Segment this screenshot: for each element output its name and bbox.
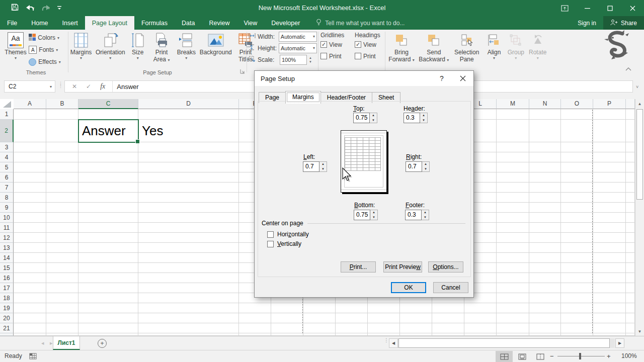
vertically-checkbox[interactable] — [267, 241, 274, 247]
row-header[interactable]: 11 — [0, 223, 14, 233]
dialog-help-button[interactable]: ? — [433, 71, 450, 86]
dialog-tab-margins[interactable]: Margins — [285, 91, 321, 104]
height-dropdown[interactable]: Automatic▾ — [279, 43, 317, 53]
row-header[interactable]: 5 — [0, 162, 14, 172]
bottom-margin-value[interactable]: 0.75 — [354, 210, 370, 220]
tab-developer[interactable]: Developer — [264, 16, 307, 30]
right-margin-spinner[interactable]: 0.7 ▲▼ — [406, 161, 430, 172]
row-header[interactable]: 18 — [0, 293, 14, 303]
macro-record-icon[interactable] — [29, 353, 37, 361]
row-header[interactable]: 9 — [0, 203, 14, 213]
tab-file[interactable]: File — [0, 16, 24, 30]
sheet-nav-left-icon[interactable]: ◂ — [41, 340, 44, 346]
zoom-out-button[interactable]: − — [550, 352, 554, 360]
headings-print-checkbox[interactable] — [355, 53, 361, 59]
headings-view-checkbox[interactable]: ✓ — [355, 41, 361, 48]
left-margin-value[interactable]: 0.7 — [303, 161, 319, 172]
row-header[interactable]: 19 — [0, 303, 14, 313]
sign-in-button[interactable]: Sign in — [571, 16, 603, 30]
footer-margin-value[interactable]: 0.3 — [405, 210, 422, 220]
vertical-scrollbar-thumb[interactable] — [636, 109, 643, 200]
align-button[interactable]: Align ▾ — [484, 30, 504, 60]
dialog-close-button[interactable] — [454, 71, 471, 86]
name-box-splitter[interactable]: ⋮⋮ — [58, 82, 63, 87]
column-header[interactable]: P — [593, 99, 626, 109]
hscroll-right-icon[interactable]: ▶ — [615, 338, 624, 348]
column-header[interactable] — [626, 99, 635, 109]
row-header[interactable]: 21 — [0, 323, 14, 333]
selection-pane-button[interactable]: Selection Pane — [451, 30, 482, 63]
themes-button[interactable]: Aa Themes ▾ — [4, 30, 27, 60]
spin-down-icon[interactable]: ▼ — [319, 167, 327, 172]
row-header[interactable]: 16 — [0, 273, 14, 283]
spin-up-icon[interactable]: ▲ — [422, 210, 429, 215]
formula-input[interactable]: Answer — [113, 83, 138, 90]
bottom-margin-spinner[interactable]: 0.75 ▲▼ — [354, 210, 378, 220]
horizontally-option[interactable]: Horizontally — [267, 231, 309, 238]
spin-up-icon[interactable]: ▲ — [319, 162, 327, 167]
width-dropdown[interactable]: Automatic▾ — [279, 32, 317, 42]
scroll-down-icon[interactable]: ▼ — [635, 327, 644, 336]
spin-up-icon[interactable]: ▲ — [370, 113, 377, 118]
options-button[interactable]: Options... — [428, 261, 463, 273]
column-header[interactable]: C — [78, 99, 138, 109]
name-box-dropdown-icon[interactable]: ▾ — [50, 84, 52, 89]
horizontally-checkbox[interactable] — [267, 231, 274, 238]
top-margin-spinner[interactable]: 0.75 ▲▼ — [353, 113, 377, 123]
spin-down-icon[interactable]: ▼ — [370, 118, 377, 123]
row-header[interactable]: 3 — [0, 142, 14, 152]
top-margin-value[interactable]: 0.75 — [353, 113, 370, 123]
row-header[interactable]: 12 — [0, 233, 14, 243]
gridlines-view-checkbox[interactable]: ✓ — [320, 41, 327, 48]
normal-view-button[interactable] — [496, 351, 513, 362]
print-preview-button[interactable]: Print Preview — [383, 261, 422, 273]
ribbon-display-options-icon[interactable] — [553, 0, 576, 16]
zoom-slider[interactable] — [557, 356, 605, 356]
column-header[interactable]: M — [497, 99, 529, 109]
hscroll-left-icon[interactable]: ◀ — [389, 338, 398, 348]
row-header[interactable]: 1 — [0, 109, 14, 120]
tab-view[interactable]: View — [236, 16, 264, 30]
name-box[interactable]: C2 ▾ — [4, 80, 55, 93]
insert-function-icon[interactable]: fx — [100, 82, 105, 90]
tab-scroll-splitter[interactable]: ⋮ — [384, 339, 389, 342]
column-header[interactable]: D — [138, 99, 239, 109]
spin-down-icon[interactable]: ▼ — [370, 215, 377, 220]
tell-me-box[interactable]: Tell me what you want to do... — [316, 16, 405, 30]
horizontal-scrollbar[interactable] — [398, 338, 615, 348]
size-button[interactable]: Size ▾ — [128, 30, 148, 60]
tab-formulas[interactable]: Formulas — [134, 16, 175, 30]
share-button[interactable]: Share — [603, 16, 644, 30]
tab-data[interactable]: Data — [175, 16, 202, 30]
row-header[interactable]: 15 — [0, 263, 14, 273]
tab-review[interactable]: Review — [202, 16, 236, 30]
vertical-scrollbar[interactable]: ▲ ▼ — [635, 99, 644, 336]
cancel-entry-icon[interactable]: ✕ — [72, 83, 77, 90]
zoom-in-button[interactable]: + — [607, 352, 611, 360]
spin-down-icon[interactable]: ▼ — [420, 118, 427, 123]
row-header[interactable]: 8 — [0, 193, 14, 203]
select-all-corner[interactable] — [3, 101, 11, 108]
new-sheet-button[interactable]: + — [98, 339, 107, 348]
row-header[interactable]: 4 — [0, 152, 14, 162]
scale-spinner[interactable]: ▲▼ — [309, 56, 312, 64]
expand-formula-bar-icon[interactable]: ˅ — [636, 84, 638, 89]
row-header[interactable]: 17 — [0, 283, 14, 293]
row-header[interactable]: 6 — [0, 172, 14, 183]
spin-up-icon[interactable]: ▲ — [370, 210, 377, 215]
cancel-button[interactable]: Cancel — [433, 282, 468, 293]
sheet-nav-right-icon[interactable]: ▸ — [50, 340, 53, 346]
ok-button[interactable]: OK — [391, 282, 426, 293]
tab-home[interactable]: Home — [24, 16, 55, 30]
margins-button[interactable]: Margins ▾ — [69, 30, 93, 60]
page-setup-dialog-launcher[interactable] — [240, 68, 245, 75]
column-header[interactable]: O — [561, 99, 593, 109]
row-header[interactable]: 13 — [0, 243, 14, 253]
header-margin-value[interactable]: 0.3 — [404, 113, 420, 123]
right-margin-value[interactable]: 0.7 — [406, 161, 422, 172]
scroll-up-icon[interactable]: ▲ — [635, 99, 644, 108]
enter-entry-icon[interactable]: ✓ — [86, 83, 91, 90]
cell[interactable]: Yes — [138, 120, 269, 142]
column-header[interactable]: A — [14, 99, 46, 109]
left-margin-spinner[interactable]: 0.7 ▲▼ — [303, 161, 327, 172]
